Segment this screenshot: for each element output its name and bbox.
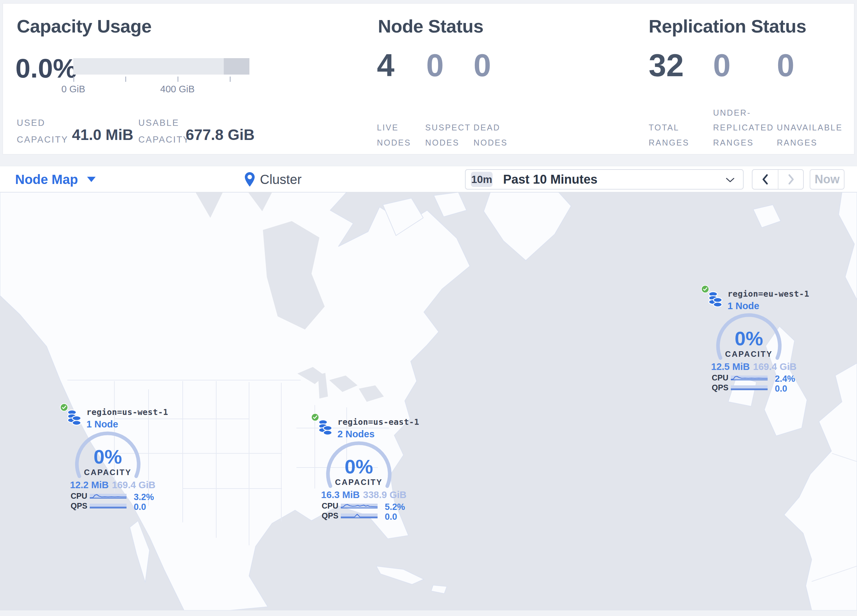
capacity-percent: 0% bbox=[59, 446, 157, 468]
cpu-label: CPU bbox=[712, 373, 729, 383]
replication-status-title: Replication Status bbox=[649, 15, 806, 37]
capacity-bar bbox=[73, 58, 249, 74]
cpu-row: CPU 3.2% bbox=[55, 491, 167, 501]
region-label: region=eu-west-1 bbox=[727, 289, 809, 299]
cpu-value: 3.2% bbox=[134, 492, 154, 502]
cpu-row: CPU 2.4% bbox=[696, 373, 808, 383]
used-capacity-value: 41.0 MiB bbox=[72, 126, 133, 144]
region-marker-us-west-1[interactable]: region=us-west-1 1 Node 0% CAPACITY 12.2… bbox=[55, 402, 167, 514]
breadcrumb-label: Cluster bbox=[260, 172, 302, 187]
view-selector-dropdown[interactable]: Node Map bbox=[15, 166, 96, 193]
qps-row: QPS 0.0 bbox=[696, 383, 808, 393]
under-replicated-label: UNDER-REPLICATED RANGES bbox=[713, 105, 780, 150]
database-icon bbox=[708, 291, 722, 308]
capacity-axis-tick bbox=[178, 77, 178, 82]
capacity-used-value: 16.3 MiB bbox=[321, 489, 360, 500]
chevron-down-icon bbox=[87, 177, 96, 182]
region-label: region=us-east-1 bbox=[337, 417, 419, 427]
region-label: region=us-west-1 bbox=[87, 408, 168, 417]
qps-row: QPS 0.0 bbox=[55, 501, 167, 511]
view-selector-label: Node Map bbox=[15, 172, 78, 187]
time-range-badge: 10m bbox=[471, 172, 493, 187]
breadcrumb[interactable]: Cluster bbox=[245, 166, 302, 193]
qps-value: 0.0 bbox=[775, 384, 787, 394]
time-range-label: Past 10 Minutes bbox=[503, 173, 597, 187]
capacity-total-value: 338.9 GiB bbox=[363, 489, 407, 500]
capacity-axis-tick bbox=[230, 77, 230, 82]
cpu-sparkline bbox=[731, 375, 767, 380]
qps-sparkline bbox=[341, 513, 377, 519]
node-status-title: Node Status bbox=[378, 15, 483, 37]
capacity-total-value: 169.4 GiB bbox=[112, 480, 155, 491]
unavailable-count: 0 bbox=[777, 49, 794, 81]
live-nodes-count: 4 bbox=[377, 49, 394, 81]
capacity-total-value: 169.4 GiB bbox=[753, 361, 797, 372]
dead-nodes-label: DEAD NODES bbox=[473, 120, 516, 150]
under-replicated-count: 0 bbox=[713, 49, 730, 81]
capacity-bar-used-segment bbox=[224, 58, 249, 74]
qps-label: QPS bbox=[322, 511, 339, 520]
capacity-axis-label-400: 400 GiB bbox=[151, 84, 204, 95]
time-range-dropdown[interactable]: 10m Past 10 Minutes bbox=[465, 169, 744, 190]
unavailable-label: UNAVAILABLE RANGES bbox=[777, 120, 854, 150]
now-button[interactable]: Now bbox=[810, 169, 845, 190]
chevron-right-icon bbox=[786, 173, 795, 185]
capacity-percent: 0.0% bbox=[15, 53, 77, 84]
live-nodes-label: LIVE NODES bbox=[377, 120, 415, 150]
cpu-value: 2.4% bbox=[775, 374, 795, 384]
suspect-nodes-label: SUSPECT NODES bbox=[425, 120, 476, 150]
node-map[interactable]: region=us-west-1 1 Node 0% CAPACITY 12.2… bbox=[0, 192, 857, 610]
map-toolbar: Node Map Cluster 10m Past 10 Minutes Now bbox=[0, 166, 857, 192]
cpu-label: CPU bbox=[322, 501, 339, 511]
capacity-label: CAPACITY bbox=[59, 468, 157, 477]
qps-row: QPS 0.0 bbox=[306, 511, 418, 521]
capacity-axis-tick bbox=[125, 77, 126, 82]
used-capacity-label: USED CAPACITY bbox=[17, 115, 74, 148]
total-ranges-label: TOTAL RANGES bbox=[649, 120, 695, 150]
capacity-used-value: 12.5 MiB bbox=[711, 361, 750, 372]
capacity-label: CAPACITY bbox=[309, 478, 408, 487]
usable-capacity-value: 677.8 GiB bbox=[186, 126, 255, 144]
capacity-percent: 0% bbox=[699, 327, 798, 350]
qps-sparkline bbox=[90, 503, 127, 509]
cluster-summary-panel: Capacity Usage 0.0% 0 GiB 400 GiB USED C… bbox=[3, 3, 854, 154]
qps-value: 0.0 bbox=[385, 512, 397, 522]
chevron-down-icon bbox=[725, 177, 735, 183]
qps-label: QPS bbox=[71, 501, 87, 511]
chevron-left-icon bbox=[761, 173, 770, 185]
capacity-axis-tick bbox=[73, 77, 74, 82]
total-ranges-count: 32 bbox=[649, 49, 684, 81]
capacity-used-value: 12.2 MiB bbox=[70, 480, 109, 491]
qps-sparkline bbox=[731, 385, 767, 390]
cpu-sparkline bbox=[90, 494, 127, 499]
capacity-percent: 0% bbox=[309, 455, 408, 478]
cpu-row: CPU 5.2% bbox=[306, 501, 418, 511]
database-icon bbox=[67, 409, 82, 426]
dead-nodes-count: 0 bbox=[473, 49, 491, 81]
capacity-axis-label-0: 0 GiB bbox=[54, 84, 93, 95]
time-back-button[interactable] bbox=[752, 170, 778, 189]
region-marker-us-east-1[interactable]: region=us-east-1 2 Nodes 0% CAPACITY 16.… bbox=[306, 412, 418, 523]
capacity-usage-title: Capacity Usage bbox=[17, 15, 152, 37]
cpu-label: CPU bbox=[71, 491, 87, 501]
time-nav-buttons bbox=[752, 169, 804, 190]
database-icon bbox=[318, 419, 333, 436]
cpu-value: 5.2% bbox=[385, 502, 405, 512]
region-marker-eu-west-1[interactable]: region=eu-west-1 1 Node 0% CAPACITY 12.5… bbox=[696, 284, 808, 395]
qps-value: 0.0 bbox=[134, 502, 146, 512]
cpu-sparkline bbox=[341, 503, 377, 509]
map-pin-icon bbox=[245, 172, 255, 187]
time-forward-button[interactable] bbox=[778, 170, 803, 189]
capacity-label: CAPACITY bbox=[699, 350, 798, 359]
suspect-nodes-count: 0 bbox=[426, 49, 444, 81]
qps-label: QPS bbox=[712, 383, 729, 392]
world-map bbox=[0, 192, 857, 610]
